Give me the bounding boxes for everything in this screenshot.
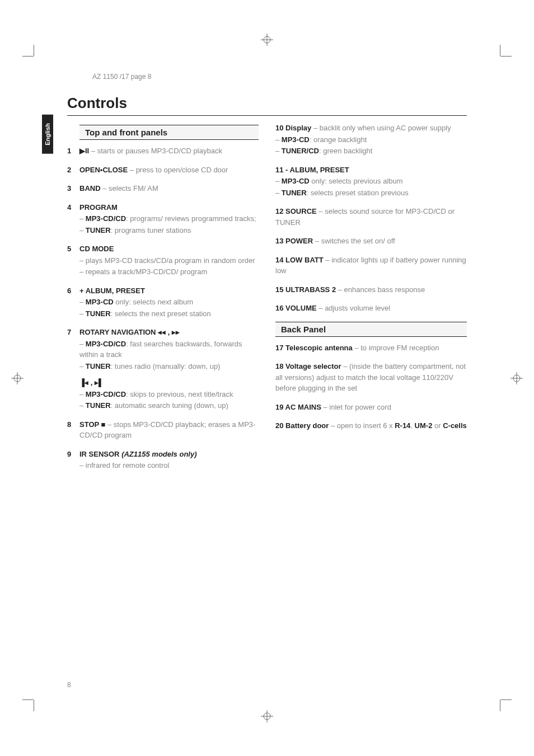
crop-mark [489,689,500,700]
right-column: 10 Display – backlit only when using AC … [275,123,467,479]
control-item: 14 LOW BATT – indicator lights up if bat… [275,255,467,276]
registration-mark-icon [11,372,24,384]
registration-mark-icon [510,372,523,384]
control-item: 1▶II – starts or pauses MP3-CD/CD playba… [67,145,259,157]
control-item: 8STOP ■ – stops MP3-CD/CD playback; eras… [67,419,259,441]
crop-mark [34,689,45,700]
page-number: 8 [67,681,71,689]
control-item: 16 VOLUME – adjusts volume level [275,303,467,314]
control-item: 10 Display – backlit only when using AC … [275,123,467,157]
control-item: 13 POWER – switches the set on/ off [275,236,467,247]
crop-mark [489,56,500,67]
control-item: 7ROTARY NAVIGATION ◂◂ , ▸▸– MP3-CD/CD: f… [67,327,259,411]
control-item: 5CD MODE– plays MP3-CD tracks/CD/a progr… [67,243,259,278]
control-item: 11 - ALBUM, PRESET– MP3-CD only: selects… [275,165,467,199]
registration-mark-icon [261,710,273,722]
control-item: 18 Voltage selector – (inside the batter… [275,361,467,394]
control-item: 15 ULTRABASS 2 – enhances bass response [275,284,467,295]
control-item: 3BAND – selects FM/ AM [67,183,259,194]
page-content: AZ 1150 /17 page 8 English Controls Top … [45,56,489,700]
control-item: 17 Telescopic antenna – to improve FM re… [275,342,467,354]
left-column: Top and front panels 1▶II – starts or pa… [67,123,259,479]
crop-mark [34,56,45,67]
control-item: 2OPEN•CLOSE – press to open/close CD doo… [67,165,259,176]
control-item: 20 Battery door – open to insert 6 x R-1… [275,420,467,431]
control-item: 4PROGRAM– MP3-CD/CD: programs/ reviews p… [67,202,259,236]
control-item: 9IR SENSOR (AZ1155 models only)– infrare… [67,449,259,471]
control-item: 12 SOURCE – selects sound source for MP3… [275,206,467,228]
section-heading-back-panel: Back Panel [275,322,467,337]
control-item: 19 AC MAINS – inlet for power cord [275,402,467,413]
language-tab: English [42,115,53,154]
section-heading-top-panels: Top and front panels [79,125,259,140]
header-line: AZ 1150 /17 page 8 [92,73,467,81]
registration-mark-icon [261,34,273,46]
control-item: 6+ ALBUM, PRESET– MP3-CD only: selects n… [67,285,259,320]
page-title: Controls [67,95,467,116]
